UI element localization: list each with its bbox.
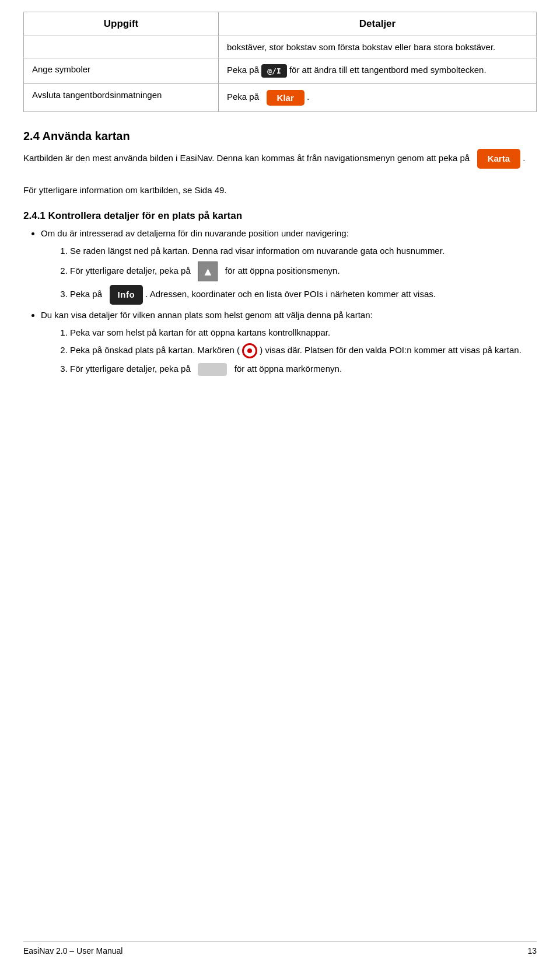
step-3: Peka på Info . Adressen, koordinater och…	[70, 285, 537, 305]
b2-step-1: Peka var som helst på kartan för att öpp…	[70, 326, 537, 340]
b2-step-3: För ytterligare detaljer, peka på för at…	[70, 362, 537, 376]
section-24-more-info: För ytterligare information om kartbilde…	[23, 183, 537, 197]
section-241: 2.4.1 Kontrollera detaljer för en plats …	[23, 210, 537, 376]
row1-text-after: för att ändra till ett tangentbord med s…	[289, 65, 487, 75]
row0-right-text: bokstäver, stor bokstav som första bokst…	[227, 42, 495, 52]
row0-left	[24, 36, 219, 58]
row1-text-before: Peka på	[227, 65, 259, 75]
klar-button[interactable]: Klar	[267, 90, 304, 106]
row1-left: Ange symboler	[24, 58, 219, 84]
section-241-heading: 2.4.1 Kontrollera detaljer för en plats …	[23, 210, 537, 222]
row2-text-before: Peka på	[227, 92, 259, 102]
footer-right: 13	[527, 946, 537, 955]
step-1: Se raden längst ned på kartan. Denna rad…	[70, 244, 537, 258]
step-2: För ytterligare detaljer, peka på för at…	[70, 261, 537, 281]
row2-left: Avsluta tangentbordsinmatningen	[24, 84, 219, 112]
bullet-1: Om du är intresserad av detaljerna för d…	[41, 226, 537, 305]
main-table: Uppgift Detaljer bokstäver, stor bokstav…	[23, 12, 537, 112]
row1-right: Peka på @/I för att ändra till ett tange…	[219, 58, 537, 84]
section-24-heading: 2.4 Använda kartan	[23, 130, 537, 143]
numbered-list-2: Peka var som helst på kartan för att öpp…	[70, 326, 537, 376]
section-24: 2.4 Använda kartan Kartbilden är den mes…	[23, 130, 537, 197]
numbered-list-1: Se raden längst ned på kartan. Denna rad…	[70, 244, 537, 305]
symbol-button[interactable]: @/I	[261, 64, 286, 78]
b2-step-2: Peka på önskad plats på kartan. Markören…	[70, 343, 537, 358]
footer-left: EasiNav 2.0 – User Manual	[23, 946, 123, 955]
info-button[interactable]: Info	[110, 285, 144, 305]
page: Uppgift Detaljer bokstäver, stor bokstav…	[0, 0, 560, 966]
bullet-list-1: Om du är intresserad av detaljerna för d…	[41, 226, 537, 376]
bullet-2: Du kan visa detaljer för vilken annan pl…	[41, 308, 537, 376]
row0-right: bokstäver, stor bokstav som första bokst…	[219, 36, 537, 58]
footer: EasiNav 2.0 – User Manual 13	[23, 941, 537, 955]
karta-button[interactable]: Karta	[477, 149, 520, 169]
col-header-left: Uppgift	[24, 12, 219, 36]
row2-text-after: .	[307, 92, 309, 102]
section-24-intro: Kartbilden är den mest använda bilden i …	[23, 149, 537, 169]
col-header-right: Detaljer	[219, 12, 537, 36]
marker-icon	[242, 343, 257, 358]
row2-right: Peka på Klar .	[219, 84, 537, 112]
position-icon[interactable]	[198, 261, 218, 281]
marker-menu-button[interactable]	[198, 363, 227, 376]
